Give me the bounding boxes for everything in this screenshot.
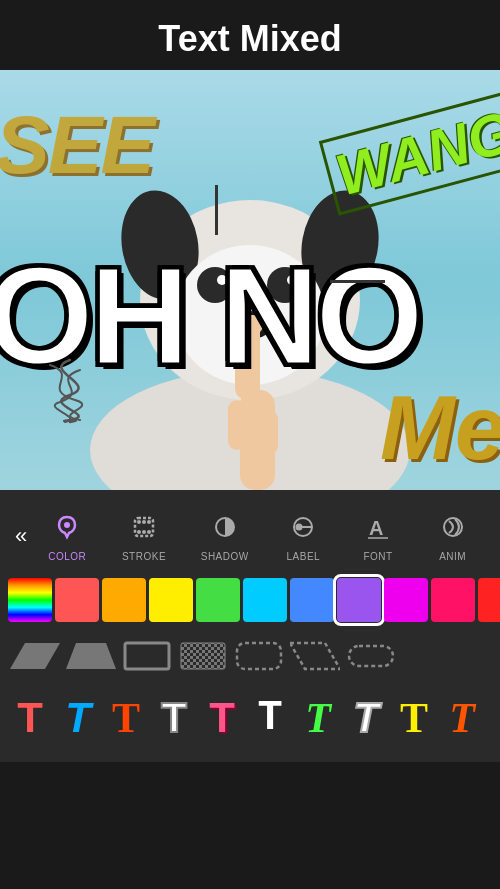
color-swatch-7[interactable]	[337, 578, 381, 622]
header: Text Mixed	[0, 0, 500, 70]
shape-parallelogram-right[interactable]	[290, 638, 340, 674]
svg-text:A: A	[369, 517, 383, 539]
svg-rect-36	[237, 643, 281, 669]
svg-point-19	[137, 530, 141, 534]
color-swatch-6[interactable]	[290, 578, 334, 622]
back-icon: «	[15, 523, 27, 548]
font-style-8[interactable]: T	[344, 692, 388, 744]
svg-rect-35	[181, 643, 225, 669]
svg-marker-37	[290, 643, 340, 669]
color-swatch-2[interactable]	[102, 578, 146, 622]
font-style-4[interactable]: T	[152, 692, 196, 744]
canvas-area: SEE WANG OH NO Me	[0, 70, 500, 490]
shadow-icon	[205, 507, 245, 547]
font-label: FONT	[363, 551, 392, 562]
shape-parallelogram-left[interactable]	[10, 638, 60, 674]
dash-line	[330, 280, 385, 283]
shape-trapezoid[interactable]	[66, 638, 116, 674]
text-see[interactable]: SEE	[0, 98, 153, 192]
font-style-3[interactable]: T	[104, 692, 148, 744]
font-icon: A	[358, 507, 398, 547]
font-style-1[interactable]: T	[8, 692, 52, 744]
svg-rect-14	[260, 410, 278, 455]
page-title: Text Mixed	[0, 18, 500, 60]
svg-marker-31	[66, 643, 116, 669]
font-style-9[interactable]: T	[392, 692, 436, 744]
tool-font[interactable]: A FONT	[358, 507, 398, 562]
shadow-label: SHADOW	[201, 551, 249, 562]
tool-label[interactable]: LABEL	[283, 507, 323, 562]
color-swatch-5[interactable]	[243, 578, 287, 622]
color-swatch-1[interactable]	[55, 578, 99, 622]
tool-shadow[interactable]: SHADOW	[201, 507, 249, 562]
svg-point-17	[137, 520, 141, 524]
shape-rectangle-checker[interactable]	[178, 638, 228, 674]
svg-point-18	[147, 520, 151, 524]
color-swatch-9[interactable]	[431, 578, 475, 622]
color-swatch-3[interactable]	[149, 578, 193, 622]
svg-point-20	[147, 530, 151, 534]
stroke-icon	[124, 507, 164, 547]
color-palette	[0, 570, 500, 630]
text-me[interactable]: Me	[380, 377, 500, 480]
squiggle-decoration	[20, 350, 120, 430]
back-button[interactable]: «	[10, 518, 32, 554]
color-icon	[47, 507, 87, 547]
label-icon	[283, 507, 323, 547]
color-swatch-8[interactable]	[384, 578, 428, 622]
font-style-10[interactable]: T	[440, 692, 484, 744]
font-style-6[interactable]: T	[248, 692, 292, 744]
tool-stroke[interactable]: STROKE	[122, 507, 166, 562]
shape-rectangle[interactable]	[122, 638, 172, 674]
svg-marker-30	[10, 643, 60, 669]
svg-point-15	[64, 522, 70, 528]
shape-rectangle-rounded-dotted[interactable]	[234, 638, 284, 674]
svg-rect-38	[349, 646, 393, 666]
color-swatch-4[interactable]	[196, 578, 240, 622]
shape-row	[0, 630, 500, 682]
font-style-5[interactable]: T	[200, 692, 244, 744]
anim-label: ANIM	[439, 551, 466, 562]
color-label: COLOR	[48, 551, 86, 562]
tool-color[interactable]: COLOR	[47, 507, 87, 562]
label-label: LABEL	[287, 551, 321, 562]
font-style-2[interactable]: T	[56, 692, 100, 744]
cursor-line	[215, 185, 218, 235]
svg-rect-13	[228, 400, 246, 450]
font-style-7[interactable]: T	[296, 692, 340, 744]
tool-anim[interactable]: ANIM	[433, 507, 473, 562]
shape-pill[interactable]	[346, 638, 396, 674]
svg-rect-32	[125, 643, 169, 669]
anim-icon	[433, 507, 473, 547]
toolbar: « COLOR	[0, 490, 500, 762]
stroke-label: STROKE	[122, 551, 166, 562]
color-rainbow-swatch[interactable]	[8, 578, 52, 622]
font-style-row: T T T T T T T T T T	[0, 682, 500, 754]
svg-point-21	[142, 520, 146, 524]
svg-point-22	[142, 530, 146, 534]
color-swatch-10[interactable]	[478, 578, 500, 622]
